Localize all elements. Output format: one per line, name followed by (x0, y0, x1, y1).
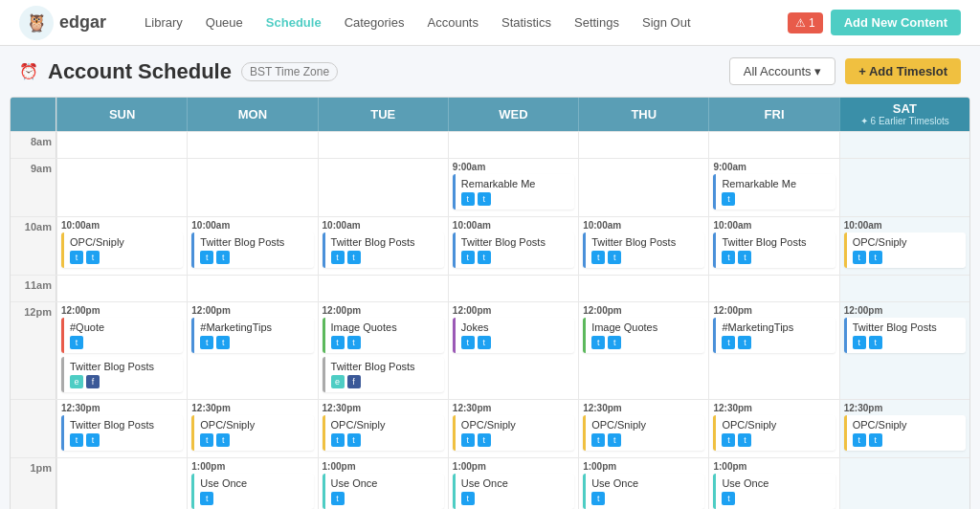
slot-title: Twitter Blog Posts (461, 236, 568, 248)
slot-icons: t t (200, 251, 307, 264)
alert-button[interactable]: ⚠ 1 (788, 12, 823, 33)
slot-icons: t (722, 192, 829, 206)
slot-card-twitter-wed[interactable]: Twitter Blog Posts t t (453, 232, 574, 268)
slot-icons: t t (722, 251, 829, 264)
add-content-button[interactable]: Add New Content (831, 10, 961, 35)
cell-sat-1pm (839, 458, 969, 509)
slot-title: Use Once (591, 477, 699, 489)
slot-icons: t t (461, 251, 568, 264)
slot-card-useonce-thu[interactable]: Use Once t (583, 474, 704, 509)
slot-card-opc-thu-1230[interactable]: OPC/Sniply t t (583, 415, 704, 451)
cell-tue-12-30: 12:30pm OPC/Sniply t t (318, 400, 448, 457)
twitter-icon: t (869, 336, 882, 349)
slot-card-opc-wed-1230[interactable]: OPC/Sniply t t (453, 415, 574, 451)
header-sat: SAT ✦ 6 Earlier Timeslots (839, 98, 969, 131)
navbar-right: ⚠ 1 Add New Content (788, 10, 961, 35)
slot-card-twitter-sun-1230[interactable]: Twitter Blog Posts t t (61, 415, 183, 451)
cell-sat-10am: 10:00am OPC/Sniply t t (839, 217, 969, 275)
alert-icon: ⚠ (795, 16, 806, 30)
page-title-area: ⏰ Account Schedule BST Time Zone (19, 59, 338, 84)
nav-library[interactable]: Library (135, 11, 192, 33)
slot-card-jokes-wed[interactable]: Jokes t t (453, 318, 574, 353)
cell-tue-10am: 10:00am Twitter Blog Posts t t (318, 217, 448, 275)
slot-title: Twitter Blog Posts (853, 321, 960, 333)
slot-card-twitter-tue[interactable]: Twitter Blog Posts t t (323, 232, 444, 268)
header-wed: WED (448, 98, 578, 131)
slot-card-useonce-fri[interactable]: Use Once t (713, 474, 835, 509)
slot-time: 10:00am (323, 220, 444, 231)
time-1pm: 1pm (11, 458, 56, 509)
page-title: Account Schedule (48, 59, 232, 84)
nav-categories[interactable]: Categories (335, 11, 414, 33)
cell-tue-11am (318, 276, 448, 301)
slot-card-image-thu[interactable]: Image Quotes t t (583, 318, 704, 353)
slot-time: 12:00pm (61, 305, 183, 316)
slot-card-twitter-blog-sun[interactable]: Twitter Blog Posts e f (61, 357, 183, 392)
twitter-icon: t (461, 251, 475, 264)
slot-card-twitter-fri[interactable]: Twitter Blog Posts t t (713, 232, 835, 268)
slot-card-twitter-sat[interactable]: Twitter Blog Posts t t (844, 318, 966, 353)
cell-sun-11am (56, 276, 187, 301)
twitter-icon: t (86, 251, 100, 264)
twitter-icon: t (591, 433, 605, 447)
slot-time: 12:30pm (61, 403, 183, 413)
twitter-icon: t (478, 336, 491, 349)
slot-card-opc-sun[interactable]: OPC/Sniply t t (61, 232, 183, 268)
cell-sat-8am (839, 132, 969, 158)
slot-card-marketing-fri[interactable]: #MarketingTips t t (713, 318, 835, 353)
slot-card-twitter-blog-tue[interactable]: Twitter Blog Posts e f (323, 357, 444, 392)
slot-time: 1:00pm (453, 461, 574, 472)
slot-card-opc-sat-1230[interactable]: OPC/Sniply t t (844, 415, 966, 451)
slot-card-marketing-mon[interactable]: #MarketingTips t t (191, 318, 313, 353)
slot-card-twitter-mon[interactable]: Twitter Blog Posts t t (191, 232, 313, 268)
header-mon: MON (187, 98, 317, 131)
facebook-icon: f (86, 375, 100, 388)
brand: 🦉 edgar (19, 6, 106, 40)
slot-card-useonce-mon[interactable]: Use Once t (191, 474, 313, 509)
nav-signout[interactable]: Sign Out (633, 11, 701, 33)
slot-card-remarkable-me-wed[interactable]: Remarkable Me t t (453, 174, 574, 210)
cell-mon-10am: 10:00am Twitter Blog Posts t t (187, 217, 317, 275)
cell-wed-10am: 10:00am Twitter Blog Posts t t (448, 217, 578, 275)
nav-settings[interactable]: Settings (565, 11, 629, 33)
add-timeslot-button[interactable]: + Add Timeslot (845, 58, 961, 84)
slot-icons: t t (591, 336, 699, 349)
slot-icons: t (331, 492, 438, 505)
slot-card-useonce-wed[interactable]: Use Once t (453, 474, 574, 509)
nav-accounts[interactable]: Accounts (418, 11, 488, 33)
row-10am: 10am 10:00am OPC/Sniply t t 10:00am Twit… (11, 216, 969, 275)
slot-card-opc-fri-1230[interactable]: OPC/Sniply t t (713, 415, 835, 451)
slot-icons: t t (331, 251, 438, 264)
brand-name: edgar (59, 12, 106, 33)
slot-card-useonce-tue[interactable]: Use Once t (323, 474, 444, 509)
row-11am: 11am (11, 275, 969, 301)
nav-statistics[interactable]: Statistics (492, 11, 561, 33)
slot-card-opc-tue-1230[interactable]: OPC/Sniply t t (323, 415, 444, 451)
twitter-icon: t (461, 433, 475, 447)
twitter-icon: t (478, 433, 491, 447)
all-accounts-button[interactable]: All Accounts ▾ (729, 57, 835, 85)
twitter-icon: t (200, 492, 213, 505)
nav-schedule[interactable]: Schedule (256, 11, 331, 33)
slot-card-remarkable-me-fri[interactable]: Remarkable Me t (713, 174, 835, 210)
slot-card-opc-mon-1230[interactable]: OPC/Sniply t t (191, 415, 313, 451)
slot-title: OPC/Sniply (853, 419, 960, 431)
slot-time: 9:00am (713, 162, 835, 172)
cell-fri-1pm: 1:00pm Use Once t (708, 458, 838, 509)
slot-card-image-tue[interactable]: Image Quotes t t (323, 318, 444, 353)
cell-sun-10am: 10:00am OPC/Sniply t t (56, 217, 187, 275)
slot-time: 10:00am (191, 220, 313, 231)
slot-icons: t t (853, 336, 960, 349)
twitter-icon: t (331, 492, 345, 505)
slot-card-twitter-thu[interactable]: Twitter Blog Posts t t (583, 232, 704, 268)
slot-title: Twitter Blog Posts (200, 236, 307, 248)
slot-icons: t (461, 492, 568, 505)
time-12-30 (11, 400, 56, 457)
twitter-icon: t (738, 336, 751, 349)
slot-card-opc-sat[interactable]: OPC/Sniply t t (844, 232, 966, 268)
alert-count: 1 (809, 16, 815, 30)
slot-card-quote-sun[interactable]: #Quote t (61, 318, 183, 353)
twitter-icon: t (200, 336, 213, 349)
slot-title: Remarkable Me (722, 178, 829, 189)
nav-queue[interactable]: Queue (196, 11, 253, 33)
